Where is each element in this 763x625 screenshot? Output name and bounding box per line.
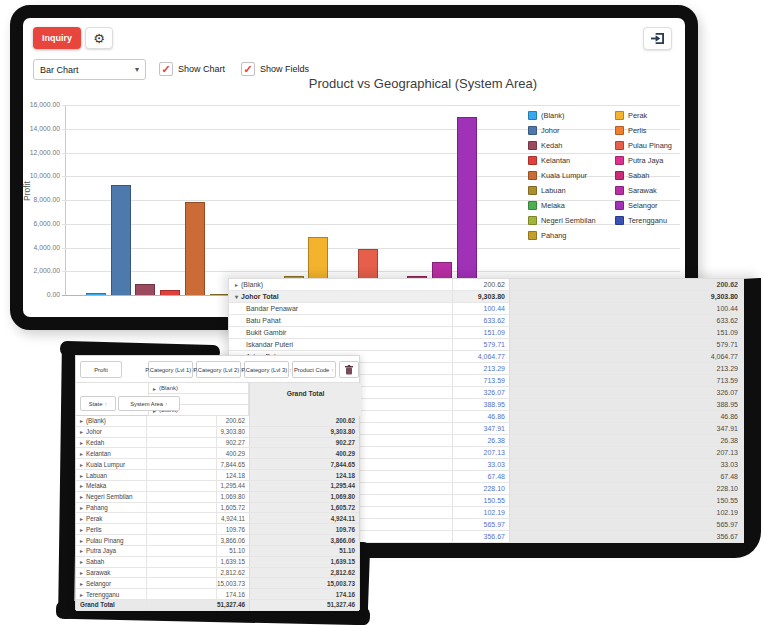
chart-legend: (Blank)JohorKedahKelantanKuala LumpurLab…	[528, 108, 693, 244]
table-row: ▸(Blank)200.62200.62	[76, 416, 359, 427]
column-field-button[interactable]: P.Category (Lvl 2)↑	[196, 361, 241, 378]
y-tick-label: 16,000.00	[16, 101, 60, 108]
cell-value[interactable]: 388.95	[453, 401, 509, 408]
show-fields-checkbox[interactable]: ✓	[241, 62, 255, 76]
legend-item[interactable]: Pahang	[528, 228, 605, 243]
expand-icon[interactable]: ▸	[80, 569, 83, 576]
sort-asc-icon[interactable]: ↑	[104, 401, 107, 407]
legend-item[interactable]: Johor	[528, 123, 605, 138]
expand-icon[interactable]: ▸	[80, 591, 83, 598]
cell-value[interactable]: 33.03	[453, 461, 509, 468]
bar-johor[interactable]	[111, 185, 131, 295]
legend-item[interactable]: Selangor	[615, 198, 692, 213]
legend-swatch	[615, 216, 624, 225]
table-row: ▸(Blank)200.62200.62	[229, 279, 744, 291]
grand-total-value: 51,327.46	[249, 600, 359, 610]
cell-value[interactable]: 46.86	[453, 413, 509, 420]
cell-value[interactable]: 100.44	[453, 305, 509, 312]
cell-value[interactable]: 102.19	[453, 509, 509, 516]
expand-icon[interactable]: ▸	[80, 558, 83, 565]
legend-item[interactable]: Kuala Lumpur	[528, 168, 605, 183]
bar-selangor[interactable]	[457, 117, 477, 295]
expand-icon[interactable]: ▸	[80, 547, 83, 554]
legend-item[interactable]: Putra Jaya	[615, 153, 692, 168]
settings-button[interactable]: ⚙	[85, 27, 113, 49]
expand-icon[interactable]: ▸	[80, 515, 83, 522]
row-label: ▸Perak	[76, 513, 146, 523]
legend-item[interactable]: Kelantan	[528, 153, 605, 168]
column-field-button[interactable]: Product Code↑	[292, 361, 336, 378]
cell-value[interactable]: 565.97	[453, 521, 509, 528]
legend-item[interactable]: Sarawak	[615, 183, 692, 198]
legend-item[interactable]: Terengganu	[615, 213, 692, 228]
cell-value[interactable]: 207.13	[453, 449, 509, 456]
row-label: ▸Pulau Pinang	[76, 535, 146, 545]
expand-icon[interactable]: ▸	[80, 482, 83, 489]
expand-icon[interactable]: ▸	[80, 417, 83, 424]
cell-value[interactable]: 356.67	[453, 533, 509, 540]
sort-asc-icon[interactable]: ↑	[165, 401, 168, 407]
collapse-icon[interactable]: ▾	[235, 293, 238, 300]
bar-kedah[interactable]	[135, 284, 155, 295]
cell-value[interactable]: 150.55	[453, 497, 509, 504]
cell-value[interactable]: 579.71	[453, 341, 509, 348]
bar-labuan[interactable]	[210, 294, 230, 296]
page: Inquiry ⚙ Bar Chart ▾ ✓ Show Chart ✓ Sho…	[0, 0, 763, 625]
remove-field-button[interactable]	[339, 361, 359, 378]
grand-total-value: 1,605.72	[249, 503, 359, 513]
legend-item[interactable]: (Blank)	[528, 108, 605, 123]
legend-item[interactable]: Perak	[615, 108, 692, 123]
expand-icon[interactable]: ▸	[80, 493, 83, 500]
expand-icon[interactable]: ▸	[80, 472, 83, 479]
grand-total-value: 100.44	[509, 303, 744, 314]
legend-item[interactable]: Melaka	[528, 198, 605, 213]
show-chart-checkbox[interactable]: ✓	[159, 62, 173, 76]
expand-icon[interactable]: ▸	[80, 428, 83, 435]
cell-value[interactable]: 26.38	[453, 437, 509, 444]
cell-value[interactable]: 151.09	[453, 329, 509, 336]
grand-total-value: 26.38	[509, 435, 744, 446]
cell-value[interactable]: 4,064.77	[453, 353, 509, 360]
collapsed-column-item[interactable]: ▸(Blank)	[148, 383, 249, 394]
cell-value[interactable]: 347.91	[453, 425, 509, 432]
column-field-button[interactable]: P.Category (Lvl 3)↑	[244, 361, 289, 378]
legend-item[interactable]: Perlis	[615, 123, 692, 138]
measure-field-button[interactable]: Profit	[80, 361, 122, 378]
cell-value[interactable]: 213.29	[453, 365, 509, 372]
row-field-button[interactable]: State↑	[80, 396, 116, 411]
bar-kelantan[interactable]	[160, 290, 180, 295]
expand-icon[interactable]: ▸	[153, 385, 156, 392]
row-field-button[interactable]: System Area↑	[118, 396, 180, 411]
legend-item[interactable]: Negeri Sembilan	[528, 213, 605, 228]
column-field-button[interactable]: P.Category (Lvl 1)↑	[148, 361, 193, 378]
cell-value[interactable]: 67.48	[453, 473, 509, 480]
chart-type-select[interactable]: Bar Chart ▾	[33, 59, 146, 80]
legend-item[interactable]: Labuan	[528, 183, 605, 198]
grand-total-value: 2,812.62	[249, 568, 359, 578]
cell-value[interactable]: 228.10	[453, 485, 509, 492]
expand-icon[interactable]: ▸	[80, 461, 83, 468]
expand-icon[interactable]: ▸	[80, 580, 83, 587]
expand-icon[interactable]: ▸	[80, 439, 83, 446]
expand-icon[interactable]: ▸	[80, 504, 83, 511]
inquiry-button[interactable]: Inquiry	[33, 27, 81, 49]
cell-value[interactable]: 633.62	[453, 317, 509, 324]
bar-kuala-lumpur[interactable]	[185, 202, 205, 295]
grand-total-value: 109.76	[249, 524, 359, 534]
chevron-down-icon: ▾	[135, 65, 139, 74]
legend-item[interactable]: Pulau Pinang	[615, 138, 692, 153]
expand-icon[interactable]: ▸	[80, 526, 83, 533]
cell-value[interactable]: 713.59	[453, 377, 509, 384]
legend-item[interactable]: Kedah	[528, 138, 605, 153]
bar--blank-[interactable]	[86, 293, 106, 295]
grand-total-value: 1,069.80	[249, 492, 359, 502]
table-row: ▸Johor9,303.809,303.80	[76, 427, 359, 438]
legend-item[interactable]: Sabah	[615, 168, 692, 183]
expand-icon[interactable]: ▸	[80, 450, 83, 457]
sort-asc-icon[interactable]: ↑	[331, 367, 334, 373]
exit-button[interactable]	[643, 27, 672, 50]
cell-value[interactable]: 326.07	[453, 389, 509, 396]
expand-icon[interactable]: ▸	[235, 281, 238, 288]
expand-icon[interactable]: ▸	[80, 537, 83, 544]
row-label: ▸(Blank)	[229, 279, 453, 290]
